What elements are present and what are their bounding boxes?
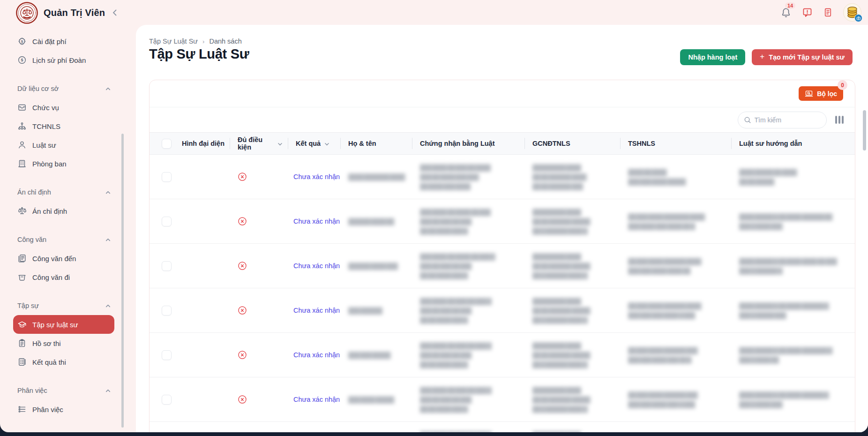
breadcrumb-chevron-icon: › [202,38,204,45]
cell-gcndtnls: █████████ ██████ ██ ██████ ███████ █ ███… [524,333,620,377]
not-eligible-icon [237,350,247,360]
result-link[interactable]: Chưa xác nhận [293,262,340,270]
column-settings-icon[interactable] [834,115,845,125]
column-header-gcndtnls: GCNĐTNLS [524,133,620,154]
bulk-import-button[interactable]: Nhập hàng loạt [680,49,745,65]
cell-law-certificate: ███ ████ ██ ███ ██ ███ ████ ██ ███ ██ ██… [412,288,524,332]
breadcrumb-item[interactable]: Tập Sự Luật Sư [149,38,198,45]
result-link[interactable]: Chưa xác nhận [293,173,340,180]
sidebar-item-phan-viec[interactable]: Phân việc [13,400,114,419]
redacted-line: █████████ ████ [532,208,590,217]
table-row: Chưa xác nhận██████ ████ ██████ ████ ██ … [150,244,855,288]
row-checkbox[interactable] [162,395,172,405]
sidebar-item-tchnls[interactable]: TCHNLS [13,117,114,135]
sidebar-item-label: Án chỉ định [32,207,67,215]
chevron-up-icon [105,189,112,196]
redacted-line: ██ ███ ████ ██████ ████ [628,257,701,266]
cell-mentor: ████ █████ █ ██ ████ ████ ████ █ ████ ██… [731,422,855,432]
cell-law-certificate: ███ ████ ██ ████ ██ ██████ ██ ███ ██ ███… [412,199,524,243]
select-all-checkbox[interactable] [162,139,172,149]
notifications-bell-icon[interactable]: 14 [780,7,792,18]
breadcrumb: Tập Sự Luật Sư › Danh sách [149,38,242,45]
app-window: Quản Trị Viên 14 [0,0,868,432]
sidebar-item-ho-so-thi[interactable]: Hồ sơ thi [13,334,114,353]
cell-result: Chưa xác nhận [288,244,340,288]
cell-eligibility [230,377,288,421]
cell-avatar [177,155,230,199]
app-title: Quản Trị Viên [44,8,105,18]
redacted-line: ███ █ ██████ █ [739,266,837,275]
column-header-eligibility[interactable]: Đủ điều kiện [230,133,288,154]
redacted-text: █████████ ██████ ██ ██████ ███████ █ ███… [532,297,590,324]
org-chart-icon [17,121,27,131]
row-checkbox[interactable] [162,306,172,316]
filter-screen-icon [805,90,813,98]
result-link[interactable]: Chưa xác nhận [293,218,340,225]
sidebar-item-ket-qua-thi[interactable]: Kết quả thi [13,353,114,371]
redacted-text: █████████ ██████ ██ ██████ ███████ █ ███… [532,430,590,433]
table-row: Chưa xác nhận███ ███ ████████ ████ ██ ██… [150,333,855,377]
result-link[interactable]: Chưa xác nhận [293,396,340,403]
sidebar-section-du-lieu-co-so[interactable]: Dữ liệu cơ sở [13,79,114,98]
alert-message-icon[interactable] [802,7,813,18]
redacted-line: ██ ██ ████ ███ █ [420,226,490,235]
redacted-line: ███ ██ ███ ██ ███ [420,351,491,360]
sidebar-item-an-chi-dinh[interactable]: Án chỉ định [13,202,114,220]
sidebar-item-cai-dat-phi[interactable]: $Cài đặt phí [13,32,114,51]
sidebar-item-chuc-vu[interactable]: Chức vụ [13,98,114,117]
column-header-name: Họ & tên [340,133,412,154]
chevron-up-icon [105,85,112,92]
redacted-text: ███ ████ ██ ████ ██ ███ ████ ██ ███ ██ █… [420,252,494,280]
user-avatar[interactable] [843,3,861,22]
redacted-line: ███ ███ ████ ████ ██ [628,266,701,275]
sidebar-item-label: Lịch sử phí Đoàn [32,56,86,64]
table-row: Chưa xác nhận██████ ████ █████ ████ ██ █… [150,199,855,244]
sidebar-section-tap-su[interactable]: Tập sự [13,296,114,315]
result-link[interactable]: Chưa xác nhận [293,307,340,314]
create-trainee-button[interactable]: + Tạo mới Tập sự luật sư [752,49,853,65]
table-row: Chưa xác nhận████ ███ ███████ ████ ██ ██… [150,422,855,432]
cell-mentor: ████ █████ █ ██ ████ ██████ ████ █ ████ … [731,377,855,421]
cell-gcndtnls: █████████ ██████ ██ ██████ ███████ █ ███… [524,422,620,432]
redacted-line: ███ ████ ██ ███ ██ ███ █ [420,341,491,350]
sidebar-item-luat-su[interactable]: Luật sư [13,135,114,154]
row-checkbox[interactable] [162,261,172,271]
row-checkbox[interactable] [162,217,172,226]
filter-button[interactable]: Bộ lọc 0 [799,86,843,101]
chevron-up-icon [105,387,112,394]
cell-gcndtnls: █████████ ██████ ██ ██████ ███████ █ ███… [524,244,620,288]
sidebar-item-cong-van-den[interactable]: Công văn đến [13,249,114,268]
cell-eligibility [230,155,288,199]
redacted-line: ████ ███████ ████ [348,173,404,181]
camera-badge-icon [854,14,862,22]
column-header-mentor: Luật sư hướng dẫn [731,133,855,154]
sidebar-item-tap-su-luat-su[interactable]: Tập sự luật sư [13,315,114,334]
sidebar-section-phan-viec[interactable]: Phân việc [13,381,114,400]
cell-result: Chưa xác nhận [288,333,340,377]
sidebar-scrollbar[interactable] [121,134,124,428]
result-sheet-icon [17,357,27,367]
sidebar-section-an-chi-dinh[interactable]: Án chỉ định [13,183,114,202]
sidebar-section-cong-van[interactable]: Công văn [13,230,114,249]
sidebar-item-phong-ban[interactable]: Phòng ban [13,154,114,173]
redacted-line: ██ ███ ████ ██████ ███ [628,346,697,355]
column-header-result[interactable]: Kết quả [288,133,340,154]
row-checkbox[interactable] [162,172,172,182]
sidebar-item-lich-su-phi-doan[interactable]: $Lịch sử phí Đoàn [13,51,114,69]
cell-mentor: ████ █████ █ ██ ████ ██████ ████ █ █████… [731,288,855,332]
cell-gcndtnls: █████████ ██████ ██ ██████ ██████ ██ ███… [524,155,620,199]
content-scrollbar[interactable] [863,110,866,150]
redacted-line: ███ ███ ████ █████ [628,177,685,186]
redacted-line: ██████ ████ ███ [348,262,397,271]
document-icon[interactable] [823,8,833,17]
redacted-text: ███ ████ ██ ███ ██ ███ ████ ██ ███ ██ ██… [420,341,491,369]
sidebar-item-cong-van-di[interactable]: Công văn đi [13,268,114,286]
sidebar-collapse-icon[interactable] [111,8,119,19]
result-link[interactable]: Chưa xác nhận [293,351,340,359]
cell-select [150,377,177,421]
redacted-text: ████ █████ ██ ██████ ██ █████ [739,168,796,186]
redacted-line: ███ ████ █████ [348,395,394,404]
cell-tshnls: ██ ███ ████ ██████ ███████ ███ ███ ████ … [620,288,731,332]
redacted-text: ██ ███ ████ ██████ ██████ ███ ████ ███ █… [628,346,697,364]
row-checkbox[interactable] [162,350,172,360]
